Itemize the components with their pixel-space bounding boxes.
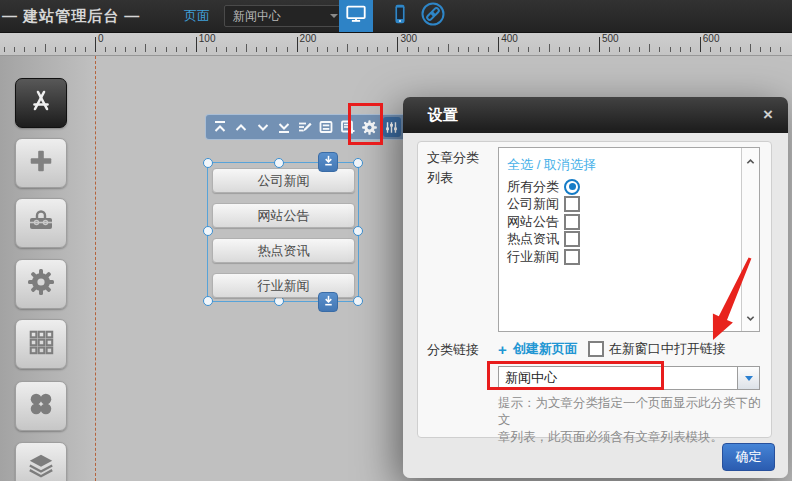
chevron-down-icon [330, 14, 338, 18]
checkbox-unchecked[interactable] [564, 196, 580, 212]
option-row: 热点资讯 [507, 231, 580, 249]
scroll-down-icon[interactable] [746, 309, 755, 327]
option-row: 公司新闻 [507, 196, 580, 214]
page-select[interactable]: 新闻中心 [224, 5, 346, 27]
page-select-value: 新闻中心 [233, 9, 281, 23]
radio-checked[interactable] [564, 179, 580, 195]
sidebar-item-add[interactable] [15, 138, 67, 188]
category-button[interactable]: 热点资讯 [212, 238, 355, 263]
option-label: 网站公告 [507, 213, 559, 231]
dialog-header: 设置 × [403, 97, 788, 133]
app-title: — 建站管理后台 — [2, 0, 140, 32]
move-down-icon[interactable] [255, 119, 271, 136]
dialog-title: 设置 [428, 97, 458, 133]
clover-icon [27, 390, 55, 422]
create-row: + 创建新页面 在新窗口中打开链接 [498, 340, 726, 358]
scrollbar[interactable] [741, 148, 759, 331]
gear-icon [26, 267, 56, 301]
page-dropdown[interactable]: 新闻中心 [498, 366, 760, 390]
page-label: 页面 [184, 0, 210, 32]
toolbox-icon [26, 206, 56, 240]
resize-handle-ne[interactable] [353, 158, 363, 168]
desktop-view-button[interactable] [339, 0, 373, 32]
download-badge-bottom[interactable] [318, 292, 338, 312]
link-separator: / [537, 157, 541, 172]
sidebar-item-layers[interactable] [15, 442, 67, 481]
hint-text: 提示：为文章分类指定一个页面显示此分类下的文 章列表，此页面必须含有文章列表模块… [498, 395, 768, 446]
dialog-panel: 文章分类 列表 全选 / 取消选择 所有分类 公司新闻 [417, 141, 772, 438]
module-toolbar [205, 114, 408, 140]
resize-handle-e[interactable] [353, 226, 363, 236]
move-to-top-icon[interactable] [212, 119, 228, 136]
page-boundary-guide [95, 56, 96, 481]
panel-add-icon[interactable] [340, 119, 356, 136]
resize-handle-se[interactable] [353, 296, 363, 306]
resize-handle-n[interactable] [274, 158, 284, 168]
radio-dot [569, 183, 576, 190]
open-new-window-checkbox[interactable] [588, 341, 604, 357]
checkbox-unchecked[interactable] [564, 214, 580, 230]
sliders-icon[interactable] [383, 117, 401, 137]
scroll-up-icon[interactable] [746, 152, 755, 170]
resize-handle-sw[interactable] [203, 296, 213, 306]
sidebar-item-settings[interactable] [15, 259, 67, 309]
select-links: 全选 / 取消选择 [507, 156, 596, 174]
app-design-icon [26, 86, 56, 120]
close-icon[interactable]: × [763, 104, 773, 126]
settings-dialog: 设置 × 文章分类 列表 全选 / 取消选择 所有分类 [403, 97, 788, 478]
category-link-label: 分类链接 [427, 340, 479, 360]
settings-gear-icon[interactable] [361, 119, 378, 136]
option-label: 热点资讯 [507, 230, 559, 248]
confirm-button[interactable]: 确定 [722, 443, 775, 471]
grid-icon [27, 328, 55, 360]
category-list-label: 文章分类 列表 [427, 148, 479, 188]
resize-handle-nw[interactable] [203, 158, 213, 168]
dropdown-button[interactable] [737, 367, 759, 389]
sidebar-item-modules[interactable] [15, 319, 67, 369]
create-new-page-link[interactable]: 创建新页面 [513, 340, 578, 358]
link-circle-icon [420, 1, 446, 31]
panel-layout-icon[interactable] [318, 119, 334, 136]
select-all-link[interactable]: 全选 [507, 157, 533, 172]
option-row: 行业新闻 [507, 248, 580, 266]
category-button[interactable]: 网站公告 [212, 203, 355, 228]
download-arrow-icon [322, 293, 335, 311]
layers-icon [27, 451, 55, 481]
dialog-body: 文章分类 列表 全选 / 取消选择 所有分类 公司新闻 [403, 133, 788, 478]
sidebar-item-widgets[interactable] [15, 381, 67, 431]
category-listbox: 全选 / 取消选择 所有分类 公司新闻 网站公告 [498, 147, 760, 332]
option-label: 公司新闻 [507, 195, 559, 213]
ruler: 0100200300400500600 [0, 32, 792, 56]
checkbox-unchecked[interactable] [564, 231, 580, 247]
publish-link-button[interactable] [420, 3, 446, 29]
option-label: 行业新闻 [507, 248, 559, 266]
mobile-phone-icon [389, 3, 411, 29]
sidebar-item-toolbox[interactable] [15, 198, 67, 248]
checkbox-unchecked[interactable] [564, 249, 580, 265]
chevron-down-icon [745, 376, 753, 381]
category-options: 所有分类 公司新闻 网站公告 热点资讯 [507, 178, 580, 266]
open-new-window-label: 在新窗口中打开链接 [609, 340, 726, 358]
edit-style-icon[interactable] [297, 119, 313, 136]
plus-icon[interactable]: + [498, 341, 507, 358]
sidebar-item-design[interactable] [15, 78, 67, 128]
topbar: — 建站管理后台 — 页面 新闻中心 [0, 0, 792, 33]
download-badge-top[interactable] [318, 152, 338, 172]
move-up-icon[interactable] [233, 119, 249, 136]
resize-handle-w[interactable] [203, 226, 213, 236]
download-arrow-icon [322, 153, 335, 171]
deselect-link[interactable]: 取消选择 [544, 157, 596, 172]
option-row: 网站公告 [507, 213, 580, 231]
page-dropdown-value: 新闻中心 [505, 367, 557, 389]
plus-icon [27, 147, 55, 179]
desktop-monitor-icon [345, 3, 367, 29]
option-row: 所有分类 [507, 178, 580, 196]
option-label: 所有分类 [507, 178, 559, 196]
mobile-view-button[interactable] [388, 4, 412, 28]
move-to-bottom-icon[interactable] [276, 119, 292, 136]
